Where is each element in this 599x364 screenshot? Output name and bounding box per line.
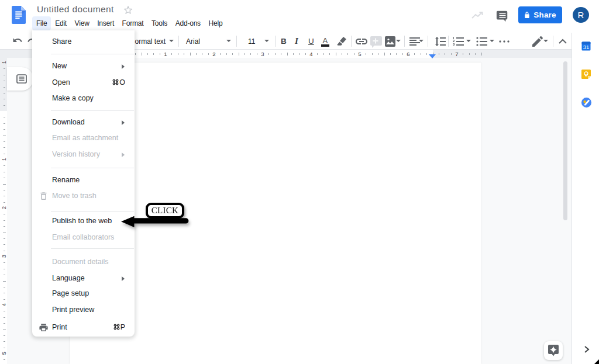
- svg-text:31: 31: [583, 44, 590, 50]
